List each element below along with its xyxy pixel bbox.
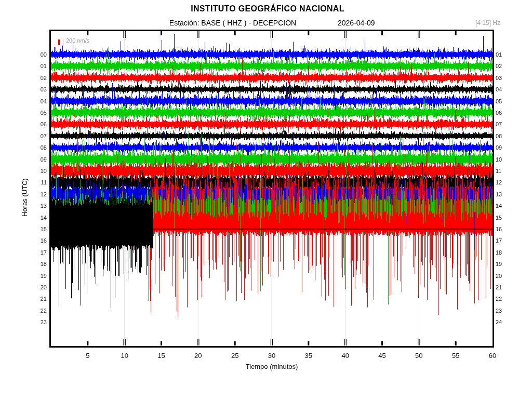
date-label: 2026-04-09 [338,19,375,27]
hour-label-left: 22 [32,308,47,314]
hour-label-left: 19 [32,273,47,279]
hour-label-left: 03 [32,86,47,92]
filter-band-label: [4 15] Hz [475,19,500,26]
hour-label-right: 23 [496,308,510,314]
hour-label-right: 09 [496,144,510,151]
x-tick-label: 20 [188,352,208,360]
scale-bar [58,39,60,45]
x-tick-label: 40 [335,352,356,360]
scale-bar-separator [63,39,63,45]
x-axis-title: Tiempo (minutos) [246,363,298,370]
x-tick-label: 10 [114,352,135,360]
hour-label-right: 19 [496,261,510,267]
x-tick-label: 5 [77,352,98,360]
hour-label-right: 21 [496,284,510,290]
hour-label-right: 03 [496,75,510,81]
y-axis-title: Horas (UTC) [21,178,29,217]
hour-label-right: 08 [496,133,510,139]
hour-label-left: 06 [32,121,47,127]
hour-label-left: 16 [32,237,47,244]
page-title: INSTITUTO GEOGRÁFICO NACIONAL [191,4,344,14]
hour-label-right: 11 [496,168,510,174]
helicorder-page: INSTITUTO GEOGRÁFICO NACIONAL Estación: … [0,0,532,399]
hour-label-right: 02 [496,63,510,69]
hour-label-right: 05 [496,98,510,104]
x-tick-label: 55 [445,352,466,360]
hour-label-left: 15 [32,226,47,232]
hour-label-left: 05 [32,110,47,116]
x-tick-label: 15 [151,352,172,360]
hour-label-left: 14 [32,215,47,221]
x-tick-label: 35 [298,352,319,360]
x-tick-label: 25 [224,352,245,360]
hour-label-right: 14 [496,203,510,209]
x-tick-label: 50 [408,352,429,360]
hour-label-left: 23 [32,319,47,325]
hour-label-left: 07 [32,133,47,139]
hour-label-left: 18 [32,261,47,267]
hour-label-left: 08 [32,144,47,151]
hour-label-right: 06 [496,110,510,116]
hour-label-right: 16 [496,226,510,232]
hour-label-right: 13 [496,191,510,197]
x-tick-label: 45 [372,352,393,360]
hour-label-right: 01 [496,51,510,58]
hour-label-left: 02 [32,75,47,81]
hour-label-right: 17 [496,237,510,244]
hour-label-left: 04 [32,98,47,104]
hour-label-left: 17 [32,249,47,256]
hour-label-right: 15 [496,215,510,221]
scale-label: 200 nm/s [66,37,89,44]
hour-label-left: 20 [32,284,47,290]
hour-label-left: 10 [32,168,47,174]
hour-label-right: 10 [496,156,510,163]
hour-label-right: 12 [496,179,510,185]
hour-label-left: 00 [32,51,47,58]
hour-label-left: 01 [32,63,47,69]
hour-label-left: 11 [32,179,47,185]
hour-label-left: 21 [32,296,47,302]
hour-label-right: 04 [496,86,510,92]
hour-label-right: 18 [496,249,510,256]
hour-label-right: 20 [496,273,510,279]
x-tick-label: 30 [261,352,282,360]
hour-label-left: 09 [32,156,47,163]
station-subtitle: Estación: BASE ( HHZ ) - DECEPCIÓN [169,19,296,27]
x-tick-label: 60 [482,352,503,360]
hour-label-right: 07 [496,121,510,127]
seismogram-canvas [0,0,532,399]
hour-label-right: 22 [496,296,510,302]
hour-label-left: 12 [32,191,47,197]
hour-label-right: 24 [496,319,510,325]
hour-label-left: 13 [32,203,47,209]
